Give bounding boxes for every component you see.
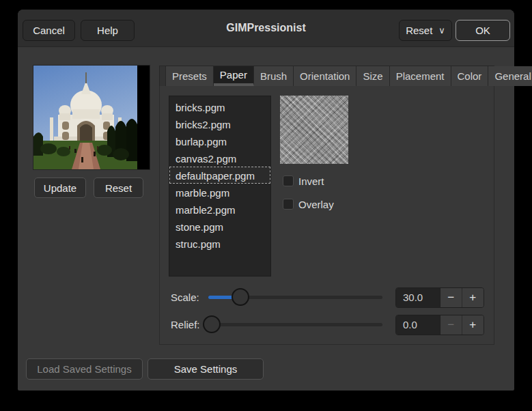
tab-presets[interactable]: Presets	[165, 66, 214, 86]
list-item[interactable]: canvas2.pgm	[169, 150, 270, 167]
ok-button[interactable]: OK	[456, 20, 510, 41]
scale-decrement-button[interactable]: −	[440, 288, 462, 307]
help-button[interactable]: Help	[81, 20, 135, 41]
paper-texture-preview	[280, 96, 348, 164]
list-item[interactable]: stone.pgm	[169, 218, 270, 235]
scale-spinbox: 30.0 − +	[395, 287, 484, 308]
overlay-checkbox-row[interactable]: Overlay	[283, 198, 334, 210]
chevron-down-icon: ∨	[438, 25, 445, 36]
scale-value-input[interactable]: 30.0	[396, 288, 440, 307]
gimpressionist-dialog: Cancel Help GIMPressionist Reset ∨ OK	[18, 10, 514, 391]
tab-color[interactable]: Color	[451, 66, 489, 86]
list-item-selected[interactable]: defaultpaper.pgm	[169, 167, 270, 184]
relief-spinbox: 0.0 − +	[395, 315, 484, 335]
invert-checkbox[interactable]	[283, 175, 294, 186]
source-preview	[33, 65, 150, 170]
relief-decrement-button[interactable]: −	[440, 315, 462, 335]
cancel-button[interactable]: Cancel	[23, 20, 75, 41]
reset-preview-button[interactable]: Reset	[94, 178, 143, 198]
list-item[interactable]: marble2.pgm	[169, 201, 270, 218]
scale-slider-handle[interactable]	[232, 288, 249, 306]
preview-image	[33, 66, 137, 169]
tab-paper[interactable]: Paper	[214, 66, 254, 86]
relief-increment-button[interactable]: +	[462, 315, 484, 335]
save-settings-button[interactable]: Save Settings	[148, 358, 264, 380]
relief-slider-track[interactable]	[208, 323, 382, 326]
list-item[interactable]: marble.pgm	[169, 184, 270, 201]
scale-increment-button[interactable]: +	[462, 288, 484, 307]
overlay-label: Overlay	[298, 199, 334, 210]
list-item[interactable]: struc.pgm	[169, 235, 270, 252]
minus-icon: −	[447, 291, 454, 304]
minus-icon: −	[447, 318, 454, 332]
paper-file-list[interactable]: bricks.pgm bricks2.pgm burlap.pgm canvas…	[169, 96, 271, 277]
plus-icon: +	[469, 318, 476, 332]
tab-orientation[interactable]: Orientation	[294, 66, 356, 86]
list-item[interactable]: bricks.pgm	[169, 98, 270, 115]
load-saved-settings-button[interactable]: Load Saved Settings	[26, 358, 143, 380]
list-item[interactable]: burlap.pgm	[169, 132, 270, 150]
tab-size[interactable]: Size	[356, 66, 389, 86]
scale-slider-track[interactable]	[208, 296, 382, 299]
header-bar: Cancel Help GIMPressionist Reset ∨ OK	[18, 10, 514, 47]
invert-label: Invert	[298, 175, 324, 187]
plus-icon: +	[469, 291, 476, 304]
overlay-checkbox[interactable]	[283, 199, 294, 210]
reset-dropdown-label: Reset	[406, 25, 432, 36]
tab-brush[interactable]: Brush	[254, 66, 294, 86]
invert-checkbox-row[interactable]: Invert	[283, 175, 324, 187]
update-preview-button[interactable]: Update	[34, 178, 86, 198]
relief-slider-handle[interactable]	[203, 315, 221, 333]
tab-placement[interactable]: Placement	[390, 66, 451, 86]
relief-label: Relief:	[171, 319, 200, 330]
list-item[interactable]: bricks2.pgm	[169, 115, 270, 132]
reset-dropdown-button[interactable]: Reset ∨	[399, 20, 452, 41]
scale-label: Scale:	[171, 292, 199, 303]
tab-general[interactable]: General	[488, 66, 532, 86]
relief-value-input[interactable]: 0.0	[396, 315, 440, 335]
tab-bar: Presets Paper Brush Orientation Size Pla…	[159, 66, 494, 87]
settings-notebook: Presets Paper Brush Orientation Size Pla…	[159, 66, 494, 345]
